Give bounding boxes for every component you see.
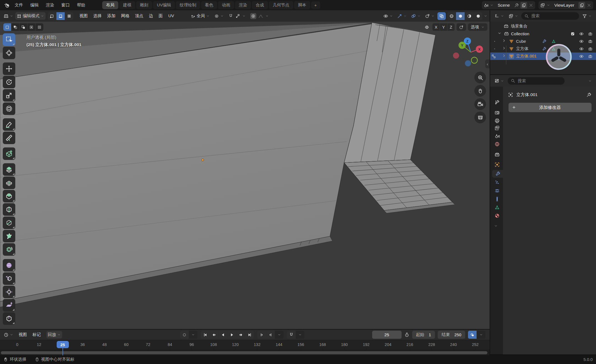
outliner-display-mode[interactable] [507,12,520,20]
collection-checkbox[interactable] [570,32,575,36]
timeline-ruler[interactable]: 0122436486072849610812013214415616818019… [0,340,490,350]
add-modifier-button[interactable]: + 添加修改器 [509,103,592,112]
orientation-dropdown[interactable]: 全局 [189,12,211,20]
hide-viewport-toggle[interactable] [579,39,584,44]
shading-rendered-icon-button[interactable] [474,12,482,20]
snap-toggle[interactable] [227,12,247,20]
workspace-tab-脚本[interactable]: 脚本 [294,1,310,9]
viewlayer-name[interactable]: ViewLayer [552,3,577,8]
outliner-editor-type-button[interactable] [493,12,505,20]
pivot-dropdown[interactable] [213,12,225,20]
mode-selector[interactable]: 编辑模式 [15,12,46,20]
pin-scene-button[interactable] [514,3,519,8]
stopwatch-icon[interactable] [404,332,409,337]
outliner-filter-button[interactable] [581,12,593,20]
tool-loopcut-icon-button[interactable] [3,203,15,216]
keying-dropdown[interactable] [477,331,485,339]
tab-material-icon-tab[interactable] [492,212,502,220]
frame-end-field[interactable]: 结束250 [438,331,465,339]
tab-scene-icon-tab[interactable] [492,132,502,140]
workspace-tab-动画[interactable]: 动画 [218,1,234,9]
tool-measure-icon-button[interactable] [3,132,15,144]
tool-extrude-icon-button[interactable] [3,163,15,176]
delete-viewlayer-button[interactable] [587,3,592,8]
workspace-tab-建模[interactable]: 建模 [119,1,135,9]
gizmo-axis-neg-x[interactable] [453,52,459,59]
tool-annotate-icon-button[interactable] [3,118,15,131]
menu-窗口[interactable]: 窗口 [58,1,73,9]
viewport-menu-网格[interactable]: 网格 [118,12,132,20]
tab-collection-icon-tab[interactable] [492,151,502,159]
xray-toggle[interactable] [437,12,446,20]
playback-menu[interactable]: 回放 [46,331,62,338]
ortho-grid-icon-button[interactable] [474,112,486,123]
mesh-wireframe[interactable] [0,22,490,329]
workspace-tab-着色[interactable]: 着色 [201,1,217,9]
add-workspace-button[interactable]: + [311,1,320,9]
tab-data-icon-tab[interactable] [492,204,502,211]
menu-帮助[interactable]: 帮助 [73,1,89,9]
menu-渲染[interactable]: 渲染 [42,1,58,9]
autokey-dropdown[interactable] [189,331,197,339]
shading-material-icon-button[interactable] [465,12,474,20]
tab-particles-icon-tab[interactable] [492,178,502,186]
tool-bevel-icon-button[interactable] [3,190,15,202]
properties-options-dropdown[interactable] [587,78,593,84]
viewport-menu-面[interactable]: 面 [156,12,166,20]
tool-move-icon-button[interactable] [3,62,15,75]
menu-编辑[interactable]: 编辑 [27,1,42,9]
outliner-row-场景集合[interactable]: 场景集合 [490,22,596,30]
hide-viewport-toggle[interactable] [579,31,584,36]
mirror-axis-z-button[interactable]: Z [447,23,455,31]
vertex-select-icon-button[interactable] [48,12,56,20]
tab-tool-icon-tab[interactable] [492,99,502,106]
mirror-axis-x-button[interactable]: X [432,23,440,31]
select-invert-icon-button[interactable] [27,23,35,31]
editor-type-button[interactable] [2,12,15,20]
select-intersect-icon-button[interactable] [36,23,43,31]
autokey-toggle[interactable] [180,331,189,339]
camera-view-icon-button[interactable] [474,98,486,110]
select-extend-icon-button[interactable] [11,23,19,31]
tab-constraints-icon-tab[interactable] [492,195,502,203]
gizmo-icon-toggle[interactable] [396,12,408,20]
scene-selector[interactable]: Scene [482,1,535,9]
face-select-icon-button[interactable] [65,12,73,20]
tool-edge-slide-icon-button[interactable] [3,272,15,285]
hide-render-toggle[interactable] [588,54,593,59]
new-scene-button[interactable] [520,2,527,9]
viewport-menu-边[interactable]: 边 [146,12,156,20]
visibility-eye-icon-toggle[interactable] [382,12,394,20]
tab-modifier-icon-tab[interactable] [492,170,503,178]
tool-knife-icon-button[interactable] [3,217,15,229]
select-subtract-icon-button[interactable] [19,23,27,31]
workspace-tab-渲染[interactable]: 渲染 [235,1,251,9]
tool-rip-icon-button[interactable] [3,312,15,325]
workspace-tab-合成[interactable]: 合成 [252,1,268,9]
tab-viewlayer-icon-tab[interactable] [492,124,502,132]
hide-render-toggle[interactable] [588,31,593,36]
timeline-editor-type-button[interactable] [2,331,15,338]
blender-logo-icon[interactable] [3,2,11,8]
pan-hand-icon-button[interactable] [474,85,486,97]
compositor-icon-toggle[interactable] [424,12,436,20]
tool-spin-icon-button[interactable] [3,243,15,256]
tool-smooth-icon-button[interactable] [3,259,15,272]
snap-widget-button[interactable] [457,23,466,31]
viewlayer-selector[interactable]: ViewLayer [539,1,593,9]
viewport-menu-顶点[interactable]: 顶点 [132,12,146,20]
workspace-tab-几何节点[interactable]: 几何节点 [269,1,293,9]
hide-viewport-toggle[interactable] [579,54,584,59]
overlays-icon-toggle[interactable] [410,12,422,20]
scene-name[interactable]: Scene [495,3,513,8]
tab-object-icon-tab[interactable] [492,161,502,169]
tool-polybuild-icon-button[interactable] [3,230,15,242]
zoom-icon-button[interactable] [474,72,486,83]
tab-physics-icon-tab[interactable] [492,187,502,195]
hide-viewport-toggle[interactable] [579,46,584,51]
tool-select-box-icon-button[interactable] [3,33,15,46]
outliner-row-Cube[interactable]: Cube [490,37,596,45]
tool-cursor-icon-button[interactable] [3,47,15,59]
select-set-icon-button[interactable] [3,23,11,31]
shading-solid-icon-button[interactable] [456,12,465,20]
